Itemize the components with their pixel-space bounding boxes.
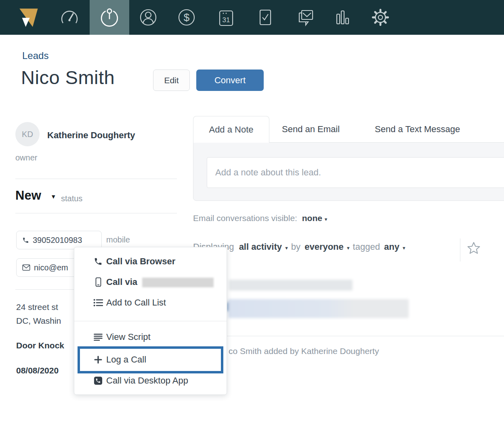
redacted-phone-number bbox=[142, 278, 214, 287]
chevron-down-icon[interactable]: ▾ bbox=[285, 245, 288, 251]
call-options-menu: Call via Browser Call via Add to Call Li… bbox=[74, 247, 227, 395]
gear-icon bbox=[370, 7, 391, 27]
menu-item-label: Call via bbox=[106, 277, 137, 287]
custom-field-door-knock: Door Knock bbox=[16, 341, 64, 350]
edit-button-label: Edit bbox=[164, 76, 178, 85]
email-visibility-row[interactable]: Email conversations visible: none ▾ bbox=[193, 213, 327, 223]
menu-item-call-via-phone[interactable]: Call via bbox=[74, 273, 227, 291]
nav-tasks[interactable] bbox=[255, 0, 276, 35]
note-input-placeholder: Add a note about this lead. bbox=[215, 167, 321, 178]
status-field-label: status bbox=[61, 194, 82, 203]
messages-icon bbox=[295, 8, 316, 27]
divider bbox=[460, 238, 460, 261]
chevron-down-icon[interactable]: ▾ bbox=[347, 245, 350, 251]
app-logo[interactable] bbox=[13, 0, 44, 35]
activity-type-filter[interactable]: all activity bbox=[239, 242, 282, 252]
owner-avatar[interactable]: KD bbox=[15, 122, 40, 146]
dollar-icon: $ bbox=[177, 8, 196, 27]
divider bbox=[74, 321, 227, 321]
redacted-activity-row bbox=[229, 280, 353, 291]
divider bbox=[15, 179, 177, 179]
phone-type-label: mobile bbox=[106, 235, 130, 245]
menu-item-add-to-call-list[interactable]: Add to Call List bbox=[74, 294, 227, 312]
nav-settings[interactable] bbox=[370, 0, 391, 35]
chevron-down-icon[interactable]: ▾ bbox=[403, 245, 405, 251]
address-line-1: 24 street st bbox=[16, 302, 58, 312]
menu-item-log-a-call[interactable]: Log a Call bbox=[74, 351, 227, 369]
tasks-check-icon bbox=[256, 8, 275, 27]
favorite-star-button[interactable] bbox=[466, 241, 481, 257]
email-chip[interactable]: nico@em bbox=[16, 258, 82, 277]
phone-icon bbox=[93, 257, 103, 266]
leads-icon bbox=[99, 7, 120, 27]
nav-dashboard[interactable] bbox=[59, 0, 80, 35]
envelope-icon bbox=[22, 264, 30, 271]
owner-initials: KD bbox=[22, 130, 33, 139]
tagged-filter[interactable]: any bbox=[384, 242, 399, 252]
desktop-phone-icon bbox=[93, 376, 103, 385]
redacted-activity-row bbox=[228, 299, 409, 318]
star-icon bbox=[466, 241, 481, 255]
menu-item-view-script[interactable]: View Script bbox=[74, 328, 227, 346]
menu-item-label: Call via Browser bbox=[106, 256, 175, 267]
tab-send-a-text-message[interactable]: Send a Text Message bbox=[375, 124, 460, 135]
plus-icon bbox=[93, 356, 103, 364]
calendar-icon: 31 bbox=[216, 8, 236, 27]
calendar-day-label: 31 bbox=[223, 16, 230, 24]
note-input[interactable]: Add a note about this lead. bbox=[207, 157, 504, 188]
phone-number: 39052010983 bbox=[33, 236, 82, 245]
top-navigation-bar: $ 31 bbox=[0, 0, 504, 35]
address-line-2: DC, Washin bbox=[16, 316, 61, 326]
convert-button[interactable]: Convert bbox=[196, 70, 264, 91]
contacts-icon bbox=[139, 8, 158, 27]
nav-opportunities[interactable]: $ bbox=[176, 0, 197, 35]
by-label: by bbox=[291, 242, 300, 252]
phone-icon bbox=[22, 237, 29, 244]
tab-add-a-note-label: Add a Note bbox=[209, 124, 253, 135]
by-filter[interactable]: everyone bbox=[304, 242, 344, 252]
nav-leads[interactable] bbox=[90, 0, 129, 35]
menu-item-call-via-browser[interactable]: Call via Browser bbox=[74, 253, 227, 270]
custom-field-date: 08/08/2020 bbox=[16, 366, 59, 375]
nav-reports[interactable] bbox=[332, 0, 353, 35]
menu-item-label: Log a Call bbox=[106, 354, 146, 365]
edit-button[interactable]: Edit bbox=[153, 70, 190, 91]
dashboard-icon bbox=[60, 8, 79, 27]
email-visibility-label: Email conversations visible: bbox=[193, 213, 297, 223]
svg-text:$: $ bbox=[184, 11, 190, 23]
nav-messages[interactable] bbox=[294, 0, 317, 35]
nav-contacts[interactable] bbox=[138, 0, 159, 35]
call-list-icon bbox=[93, 299, 103, 307]
chevron-down-icon: ▾ bbox=[325, 216, 328, 222]
lead-detail-page: $ 31 bbox=[0, 0, 504, 430]
email-address: nico@em bbox=[34, 263, 68, 272]
convert-button-label: Convert bbox=[214, 75, 246, 86]
tab-add-a-note[interactable]: Add a Note bbox=[193, 116, 269, 143]
menu-item-call-via-desktop-app[interactable]: Call via Desktop App bbox=[74, 372, 227, 390]
owner-name[interactable]: Katherine Dougherty bbox=[47, 130, 135, 141]
script-lines-icon bbox=[93, 333, 103, 341]
mobile-phone-icon bbox=[93, 277, 103, 287]
nav-calendar[interactable]: 31 bbox=[216, 0, 237, 35]
copper-logo-icon bbox=[17, 6, 40, 29]
tagged-label: tagged bbox=[353, 242, 380, 252]
status-value[interactable]: New bbox=[15, 188, 41, 203]
bar-chart-icon bbox=[333, 8, 352, 27]
activity-entry-text: co Smith added by Katherine Dougherty bbox=[229, 346, 379, 356]
divider bbox=[193, 336, 504, 336]
divider bbox=[15, 213, 177, 213]
owner-field-label: owner bbox=[15, 153, 37, 162]
menu-item-label: View Script bbox=[106, 332, 151, 342]
menu-item-label: Add to Call List bbox=[106, 297, 166, 308]
menu-item-label: Call via Desktop App bbox=[106, 375, 188, 386]
breadcrumb[interactable]: Leads bbox=[22, 50, 48, 61]
page-title: Nico Smith bbox=[21, 66, 115, 89]
email-visibility-value[interactable]: none bbox=[302, 213, 322, 223]
status-caret-icon[interactable]: ▾ bbox=[52, 192, 55, 201]
tab-send-an-email[interactable]: Send an Email bbox=[282, 124, 340, 135]
